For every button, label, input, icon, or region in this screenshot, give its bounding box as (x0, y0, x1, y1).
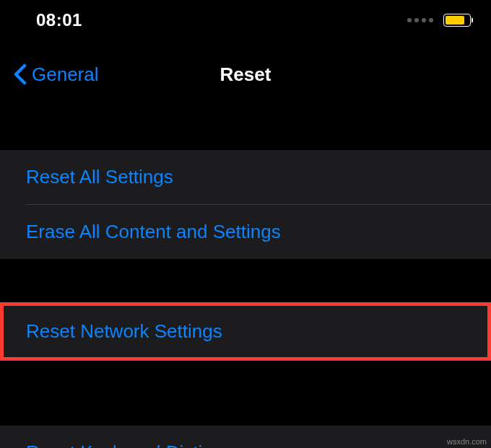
status-bar: 08:01 (0, 0, 491, 40)
section-gap (0, 108, 491, 150)
list-section-3: Reset Keyboard Dictionary (0, 426, 491, 448)
signal-dots-icon (407, 18, 433, 22)
highlight-box: Reset Network Settings (0, 302, 491, 361)
reset-network-settings-row[interactable]: Reset Network Settings (4, 306, 487, 357)
chevron-left-icon (13, 63, 27, 85)
watermark: wsxdn.com (447, 437, 487, 446)
battery-icon (443, 14, 471, 27)
erase-all-content-row[interactable]: Erase All Content and Settings (0, 205, 491, 259)
status-right (407, 14, 471, 27)
nav-bar: General Reset (0, 40, 491, 108)
section-gap (0, 361, 491, 426)
back-button[interactable]: General (13, 63, 99, 86)
reset-all-settings-row[interactable]: Reset All Settings (0, 150, 491, 204)
section-gap (0, 259, 491, 302)
list-section-2: Reset Network Settings (4, 306, 487, 357)
back-label: General (32, 63, 99, 86)
status-time: 08:01 (36, 10, 82, 30)
page-title: Reset (220, 63, 271, 86)
reset-keyboard-dictionary-row[interactable]: Reset Keyboard Dictionary (0, 426, 491, 448)
list-section-1: Reset All Settings Erase All Content and… (0, 150, 491, 259)
